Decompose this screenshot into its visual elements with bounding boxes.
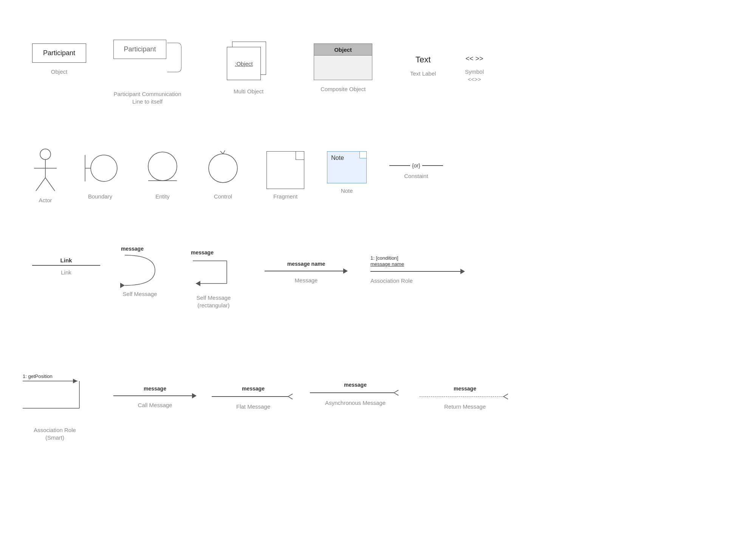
svg-marker-18 — [73, 379, 77, 383]
call-msg-label: message — [144, 386, 166, 392]
assoc-arrow-head — [460, 269, 465, 274]
composite-object-box[interactable]: Object — [314, 43, 372, 80]
participant-box[interactable]: Participant — [113, 40, 166, 59]
return-message-arrow — [420, 393, 510, 400]
self-message-visual: message — [117, 246, 163, 287]
control-svg — [206, 147, 240, 189]
constraint-text: {or} — [410, 163, 422, 169]
item-association-role: 1: [condition] message name Association … — [370, 255, 465, 285]
link-visual: Link — [32, 257, 100, 266]
composite-body — [314, 56, 372, 80]
svg-line-22 — [288, 397, 293, 399]
item-call-message: message Call Message — [113, 386, 197, 409]
svg-point-8 — [148, 152, 177, 181]
svg-line-23 — [394, 390, 398, 393]
item-boundary: Boundary — [79, 147, 121, 200]
link-text: Link — [60, 257, 72, 263]
svg-line-25 — [503, 394, 508, 397]
constraint-visual: {or} — [389, 163, 443, 169]
message-visual: message name — [265, 261, 348, 274]
call-message-arrow — [113, 393, 197, 398]
item-self-message-rect: message Self Message(rectangular) — [189, 249, 238, 309]
constraint-label: Constaint — [404, 172, 428, 180]
self-message-svg — [117, 251, 163, 289]
return-line-dashed — [420, 397, 503, 397]
self-message-label: message — [121, 246, 144, 252]
object-box[interactable]: Participant — [32, 43, 86, 63]
item-flat-message: message Flat Message — [212, 386, 295, 411]
actor-svg — [32, 147, 59, 193]
link-label: Link — [61, 269, 71, 276]
item-composite-object: Object Composite Object — [314, 43, 372, 93]
multi-obj-front[interactable]: :Object — [227, 47, 261, 80]
flat-message-caption: Flat Message — [236, 403, 270, 411]
self-message-rect-caption: Self Message(rectangular) — [197, 294, 231, 309]
item-link: Link Link — [32, 257, 100, 276]
item-async-message: message Asynchronous Message — [310, 382, 401, 407]
svg-marker-11 — [120, 283, 125, 288]
assoc-smart-svg: 1: getPosition — [21, 370, 89, 423]
participant-self-label: Participant CommunicationLine to itself — [113, 90, 181, 105]
symbol-label: Symbol<<>> — [465, 68, 484, 83]
multi-object-label: Multi Object — [234, 88, 263, 95]
async-message-arrow — [310, 389, 401, 396]
assoc-role-visual: 1: [condition] message name — [370, 255, 465, 274]
assoc-line — [370, 271, 460, 272]
item-participant-self: Participant Participant CommunicationLin… — [113, 40, 181, 105]
self-message-caption: Self Message — [123, 290, 157, 298]
assoc-line2: message name — [370, 261, 404, 267]
symbol-text: << >> — [465, 55, 483, 63]
svg-line-3 — [36, 178, 45, 191]
return-message-caption: Return Message — [444, 403, 486, 411]
item-control: Control — [206, 147, 240, 200]
async-message-visual: message — [310, 382, 401, 396]
call-arrow-head — [192, 393, 197, 398]
message-arrow — [265, 268, 348, 274]
flat-line — [212, 396, 288, 397]
assoc-arrow — [370, 269, 465, 274]
flat-msg-label: message — [242, 386, 265, 392]
flat-message-arrow — [212, 393, 295, 400]
flat-open-arrow — [288, 393, 295, 400]
item-assoc-role-smart: 1: getPosition Association Role(Smart) — [21, 370, 89, 441]
item-object: Participant Object — [32, 43, 86, 76]
assoc-role-caption: Association Role — [370, 277, 413, 285]
participant-text: Participant — [124, 45, 156, 53]
item-constraint: {or} Constaint — [389, 163, 443, 180]
item-return-message: message Return Message — [420, 386, 510, 411]
svg-point-0 — [40, 149, 51, 160]
self-loop — [167, 43, 181, 72]
note-box[interactable]: Note — [327, 151, 367, 183]
message-caption: Message — [295, 277, 318, 284]
svg-text:1: getPosition: 1: getPosition — [23, 373, 53, 379]
item-self-message: message Self Message — [117, 246, 163, 298]
message-arrow-head — [343, 268, 348, 274]
self-message-rect-visual: message — [189, 249, 238, 291]
item-multi-object: :Object Multi Object — [227, 42, 270, 95]
svg-point-7 — [91, 155, 117, 181]
async-line — [310, 392, 394, 393]
assoc-smart-visual: 1: getPosition — [21, 370, 89, 423]
fragment-box[interactable] — [266, 151, 304, 189]
item-actor: Actor — [32, 147, 59, 204]
assoc-line1: 1: [condition] — [370, 255, 398, 261]
self-msg-rect-label: message — [191, 249, 214, 256]
async-msg-label: message — [344, 382, 367, 388]
message-label-text: message name — [287, 261, 325, 267]
composite-object-label: Composite Object — [321, 85, 366, 93]
item-symbol: << >> Symbol<<>> — [465, 55, 484, 83]
diagram-container: Participant Object Participant Participa… — [0, 0, 756, 533]
text-label-label: Text Label — [410, 70, 436, 77]
svg-line-4 — [45, 178, 55, 191]
svg-line-24 — [394, 393, 398, 395]
object-label: Object — [51, 68, 67, 76]
item-fragment: Fragment — [266, 151, 304, 200]
entity-label: Entity — [155, 193, 170, 200]
svg-line-26 — [503, 397, 508, 399]
constraint-line-right — [422, 165, 443, 166]
item-text-label: Text Text Label — [410, 55, 436, 77]
note-label: Note — [341, 187, 353, 195]
boundary-svg — [79, 147, 121, 189]
return-message-visual: message — [420, 386, 510, 400]
constraint-line-left — [389, 165, 410, 166]
